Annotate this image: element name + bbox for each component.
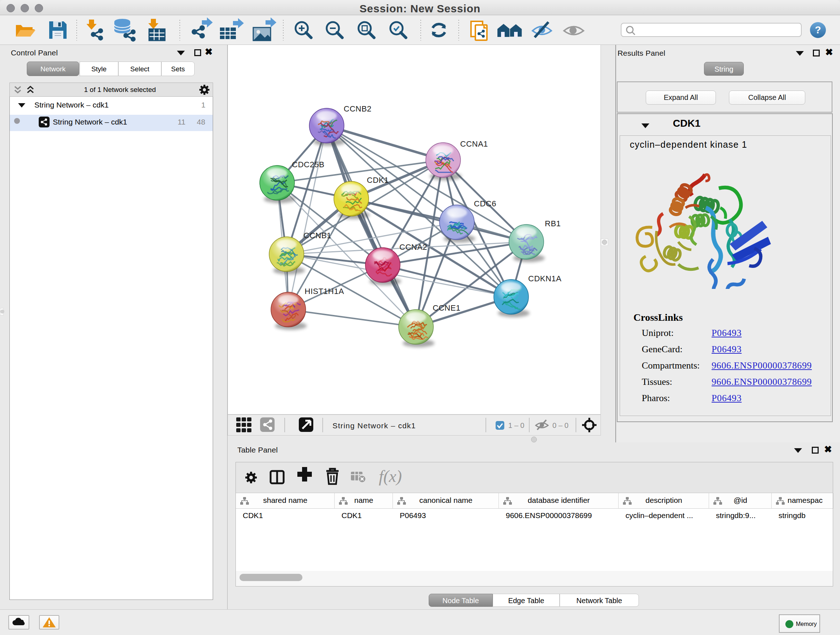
svg-text:1 – 0: 1 – 0 (508, 421, 524, 429)
svg-text:String Network – cdk1: String Network – cdk1 (332, 421, 416, 430)
svg-text:CCNA2: CCNA2 (399, 242, 427, 252)
svg-text:RB1: RB1 (545, 219, 561, 228)
svg-text:CDKN1A: CDKN1A (528, 274, 561, 283)
svg-text:CCNB2: CCNB2 (344, 104, 371, 113)
svg-text:CCNB1: CCNB1 (303, 231, 332, 240)
svg-text:0 – 0: 0 – 0 (553, 421, 568, 429)
svg-text:CDK1: CDK1 (367, 176, 389, 185)
svg-text:HIST1H1A: HIST1H1A (305, 287, 344, 296)
svg-text:f(x): f(x) (379, 467, 402, 486)
svg-text:CCNE1: CCNE1 (433, 303, 461, 312)
svg-text:CDC6: CDC6 (474, 199, 496, 208)
svg-text:CCNA1: CCNA1 (460, 139, 488, 149)
svg-text:CDC25B: CDC25B (292, 160, 325, 169)
